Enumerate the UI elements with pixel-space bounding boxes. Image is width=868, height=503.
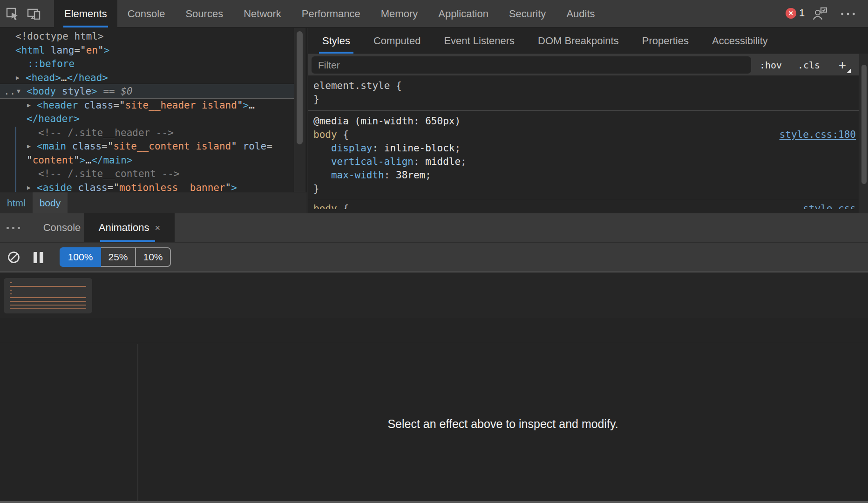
drawer-tab-animations[interactable]: Animations × [84,213,175,242]
error-badge-icon[interactable]: ✕ [786,8,796,19]
tab-computed[interactable]: Computed [362,28,433,54]
animation-bar [10,293,12,294]
playback-rate-group: 100%25%10% [60,247,171,267]
rule-close-brace: } [313,93,868,106]
more-tabs-icon[interactable] [7,227,20,229]
tab-console[interactable]: Console [117,0,176,27]
property-value: middle [425,156,461,167]
error-count: 1 [799,7,805,19]
rule-selector: body [313,203,337,209]
tab-accessibility[interactable]: Accessibility [700,28,780,54]
tree-row[interactable]: </header> [0,112,294,126]
tab-audits[interactable]: Audits [556,0,605,27]
dom-breadcrumb: htmlbody [0,192,307,213]
drawer-tab-console[interactable]: Console [42,213,82,242]
property-name: vertical-align [331,156,414,167]
animations-toolbar: 100%25%10% [0,242,868,272]
styles-filter-input[interactable] [312,56,751,74]
property-value: 38rem [396,170,425,181]
tree-row[interactable]: ▶<header class="site__header island">… [0,98,294,112]
expand-arrow-icon[interactable]: ▶ [27,98,31,112]
tab-network[interactable]: Network [233,0,292,27]
tab-properties[interactable]: Properties [631,28,700,54]
person-feedback-icon[interactable] [811,5,829,23]
tab-dom-breakpoints[interactable]: DOM Breakpoints [526,28,631,54]
tab-security[interactable]: Security [499,0,556,27]
tab-event-listeners[interactable]: Event Listeners [432,28,526,54]
more-menu-icon[interactable] [839,5,857,23]
devtools-window: ElementsConsoleSourcesNetworkPerformance… [0,0,868,503]
pause-icon[interactable] [31,243,46,272]
timeline-body: Select an effect above to inspect and mo… [0,344,868,501]
toggle-pseudo-button[interactable]: :hov [760,54,782,76]
sidebar-tabs: StylesComputedEvent ListenersDOM Breakpo… [311,28,780,54]
animation-preview-thumbnail[interactable] [4,278,92,313]
tree-row[interactable]: ::before [0,57,294,71]
css-rule[interactable]: @media (min-width: 650px)body {style.css… [308,111,868,200]
animation-bar [10,286,86,287]
styles-toolbar: :hov .cls + [308,54,868,75]
tab-styles[interactable]: Styles [311,28,362,54]
stylesheet-link[interactable]: style.css [803,202,856,209]
tree-row[interactable]: <html lang="en"> [0,43,294,57]
rule-selector-line: element.style { [313,79,868,93]
clipped-css-rule: body {style.css [308,200,868,209]
styles-panel: StylesComputedEvent ListenersDOM Breakpo… [308,28,868,213]
tree-row[interactable]: <!-- /.site__content --> [0,167,294,181]
breadcrumb-body[interactable]: body [33,192,68,213]
rule-selector[interactable]: element.style [313,80,390,91]
tree-row[interactable]: ▶<main class="site__content island" role… [0,139,294,153]
device-toolbar-icon[interactable] [25,5,43,23]
animation-preview-strip [0,273,868,318]
speed-button-25[interactable]: 25% [101,247,136,267]
expand-arrow-icon[interactable]: ▶ [16,71,20,85]
stylesheet-link[interactable]: style.css:180 [780,128,856,142]
clear-icon[interactable] [7,243,20,272]
breadcrumb-html[interactable]: html [0,192,33,213]
toggle-class-button[interactable]: .cls [798,54,820,76]
elements-scrollbar-thumb[interactable] [297,31,303,144]
css-rule[interactable]: element.style {} [308,75,868,110]
speed-button-100[interactable]: 100% [60,247,101,267]
tab-application[interactable]: Application [428,0,499,27]
tree-row[interactable]: ..▼<body style> == $0 [0,84,294,98]
animation-bar [10,305,86,306]
tree-row[interactable]: <!-- /.site__header --> [0,126,294,140]
drawer-tabbar: Console Animations × ✕ [0,213,868,242]
expand-arrow-icon[interactable]: ▶ [27,139,31,153]
tab-elements[interactable]: Elements [54,0,117,27]
speed-button-10[interactable]: 10% [136,247,171,267]
css-rules: element.style {}@media (min-width: 650px… [308,75,868,213]
css-declaration[interactable]: display: inline-block; [313,142,868,155]
tab-performance[interactable]: Performance [292,0,371,27]
css-declaration[interactable]: vertical-align: middle; [313,155,868,169]
empty-state-message: Select an effect above to inspect and mo… [138,417,868,431]
styles-scrollbar[interactable] [859,54,868,213]
animation-bar [10,297,86,298]
tab-memory[interactable]: Memory [371,0,428,27]
animation-bar [10,301,86,302]
tree-row[interactable]: <!doctype html> [0,29,294,43]
media-query: @media (min-width: 650px) [313,115,868,128]
overflow-dots: .. [4,84,15,98]
animation-bar [10,282,12,283]
new-style-rule-button[interactable]: + [833,54,852,76]
panel-tabs: ElementsConsoleSourcesNetworkPerformance… [54,0,605,27]
property-value: inline-block [384,143,455,154]
css-declaration[interactable]: max-width: 38rem; [313,169,868,182]
rule-selector-line: body {style.css:180 [313,128,868,142]
rule-selector-line: body {style.css [313,202,868,209]
styles-scrollbar-thumb[interactable] [861,65,867,184]
rule-close-brace: } [313,182,868,196]
close-animations-tab-icon[interactable]: × [155,223,161,233]
elements-scrollbar[interactable] [294,28,305,192]
collapse-arrow-icon[interactable]: ▼ [17,84,20,98]
tree-row[interactable]: ▶<head>…</head> [0,71,294,85]
inspect-icon[interactable] [4,5,21,23]
animation-bar [10,290,12,291]
tree-row[interactable]: "content">…</main> [0,153,294,167]
tab-sources[interactable]: Sources [175,0,233,27]
elements-panel: <!doctype html><html lang="en">::before▶… [0,28,307,213]
drawer-tab-label: Animations [99,222,149,234]
rule-selector[interactable]: body [313,129,337,140]
